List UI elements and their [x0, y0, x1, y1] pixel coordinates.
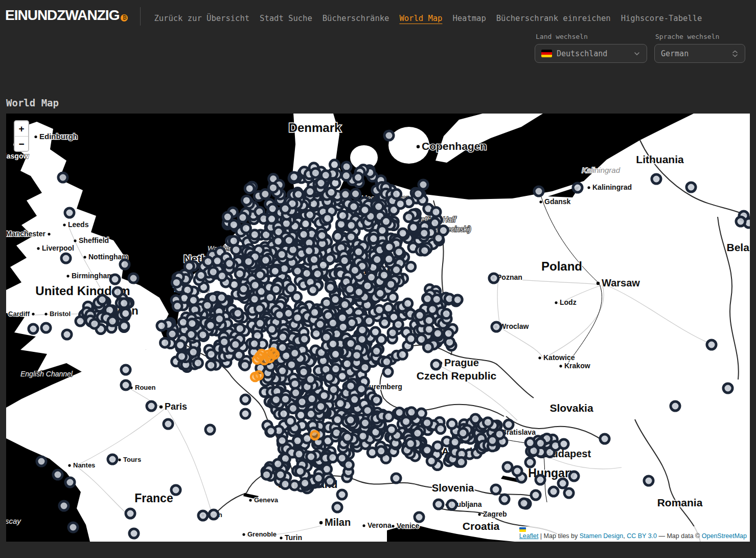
- map-marker[interactable]: [343, 433, 352, 442]
- map-marker[interactable]: [395, 248, 404, 257]
- map-marker[interactable]: [392, 189, 401, 198]
- map-marker[interactable]: [322, 332, 331, 342]
- map-marker[interactable]: [385, 242, 394, 252]
- map-marker[interactable]: [250, 281, 260, 290]
- map-marker[interactable]: [172, 278, 181, 287]
- map-marker[interactable]: [423, 343, 432, 352]
- map-marker[interactable]: [534, 187, 543, 196]
- map-marker[interactable]: [417, 409, 426, 418]
- map-marker[interactable]: [388, 328, 397, 338]
- map-marker[interactable]: [187, 330, 196, 339]
- map-marker[interactable]: [384, 131, 394, 140]
- map-marker[interactable]: [171, 485, 180, 495]
- map-marker[interactable]: [447, 500, 456, 509]
- map-marker[interactable]: [358, 325, 367, 334]
- map-marker[interactable]: [287, 360, 296, 369]
- map-marker[interactable]: [110, 275, 120, 284]
- map-marker[interactable]: [513, 466, 522, 476]
- map-marker[interactable]: [351, 189, 360, 198]
- map-marker[interactable]: [177, 352, 187, 361]
- map-marker[interactable]: [369, 234, 378, 243]
- map-marker[interactable]: [290, 349, 300, 358]
- map-marker[interactable]: [205, 425, 215, 434]
- map-marker[interactable]: [241, 395, 250, 404]
- map-marker[interactable]: [242, 196, 251, 205]
- map-marker[interactable]: [536, 439, 545, 448]
- map-marker[interactable]: [431, 360, 441, 369]
- map-marker[interactable]: [313, 270, 322, 279]
- map-marker[interactable]: [471, 414, 480, 423]
- map-marker[interactable]: [250, 295, 259, 304]
- map-marker[interactable]: [286, 417, 295, 426]
- map-marker[interactable]: [275, 310, 284, 319]
- map-marker[interactable]: [262, 470, 271, 479]
- map-marker[interactable]: [392, 474, 401, 483]
- map-marker[interactable]: [573, 183, 582, 192]
- map-marker[interactable]: [223, 212, 232, 221]
- nav-city-search[interactable]: Stadt Suche: [260, 14, 312, 23]
- map-marker[interactable]: [120, 322, 129, 331]
- stamen-design-link[interactable]: Stamen Design: [580, 532, 623, 540]
- map-marker[interactable]: [671, 401, 680, 411]
- map-marker[interactable]: [337, 454, 347, 463]
- map-marker[interactable]: [325, 373, 334, 382]
- map-marker[interactable]: [120, 260, 129, 269]
- map-marker[interactable]: [428, 305, 437, 314]
- orange-map-marker[interactable]: [258, 350, 266, 358]
- map-marker[interactable]: [536, 475, 545, 484]
- map-marker[interactable]: [317, 231, 327, 240]
- map-marker[interactable]: [289, 172, 299, 182]
- map-marker[interactable]: [207, 361, 216, 370]
- map-marker[interactable]: [395, 408, 404, 417]
- map-marker[interactable]: [273, 237, 283, 246]
- map-marker[interactable]: [406, 334, 416, 343]
- map-marker[interactable]: [436, 425, 445, 434]
- map-marker[interactable]: [306, 375, 315, 384]
- map-marker[interactable]: [360, 206, 370, 215]
- map-marker[interactable]: [235, 324, 244, 333]
- map-marker[interactable]: [340, 300, 350, 309]
- map-marker[interactable]: [644, 476, 653, 485]
- map-marker[interactable]: [420, 229, 429, 238]
- map-marker[interactable]: [185, 262, 194, 271]
- map-marker[interactable]: [347, 221, 356, 230]
- map-marker[interactable]: [360, 418, 370, 428]
- map-marker[interactable]: [277, 250, 286, 259]
- map-marker[interactable]: [414, 189, 423, 198]
- map-marker[interactable]: [209, 510, 218, 519]
- map-marker[interactable]: [392, 265, 401, 275]
- map-marker[interactable]: [157, 321, 166, 330]
- map-marker[interactable]: [306, 187, 315, 196]
- nav-world-map[interactable]: World Map: [399, 14, 442, 23]
- map-marker[interactable]: [459, 429, 468, 438]
- map-marker[interactable]: [349, 202, 358, 211]
- map-marker[interactable]: [519, 499, 529, 508]
- map-marker[interactable]: [193, 359, 202, 368]
- map-marker[interactable]: [240, 361, 249, 370]
- map-marker[interactable]: [336, 399, 345, 408]
- map-marker[interactable]: [483, 418, 492, 427]
- map-marker[interactable]: [270, 266, 280, 276]
- map-marker[interactable]: [299, 230, 308, 239]
- map-marker[interactable]: [41, 323, 51, 332]
- map-marker[interactable]: [398, 229, 407, 238]
- map-marker[interactable]: [281, 394, 290, 404]
- map-marker[interactable]: [330, 160, 339, 169]
- map-marker[interactable]: [342, 359, 352, 368]
- map-marker[interactable]: [341, 171, 351, 181]
- nav-highscore[interactable]: Highscore-Tabelle: [621, 14, 702, 23]
- map-marker[interactable]: [338, 211, 347, 220]
- map-marker[interactable]: [121, 365, 130, 374]
- map-marker[interactable]: [439, 226, 448, 235]
- map-marker[interactable]: [293, 313, 302, 322]
- map-marker[interactable]: [427, 456, 436, 465]
- map-marker[interactable]: [307, 452, 316, 461]
- map-marker[interactable]: [319, 391, 329, 400]
- map-marker[interactable]: [268, 183, 278, 192]
- map-marker[interactable]: [346, 415, 355, 425]
- map-marker[interactable]: [147, 401, 156, 411]
- map-marker[interactable]: [90, 319, 99, 328]
- map-marker[interactable]: [431, 207, 441, 216]
- map-marker[interactable]: [328, 319, 337, 328]
- map-marker[interactable]: [173, 302, 182, 311]
